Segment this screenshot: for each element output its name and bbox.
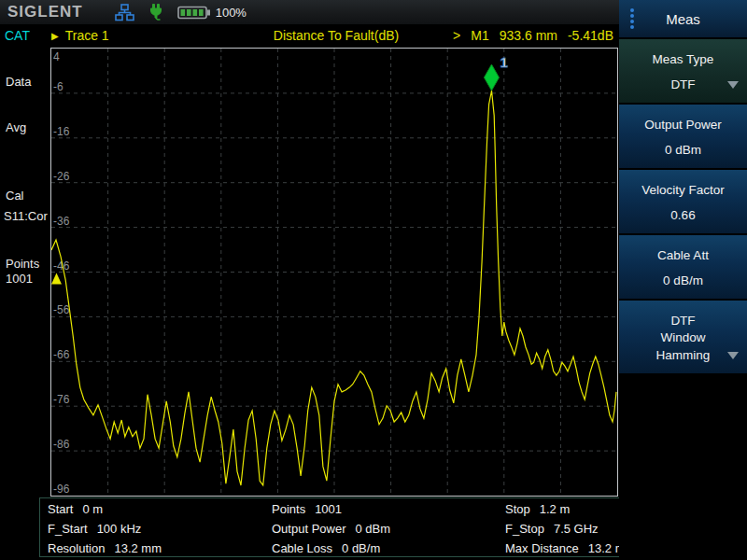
softkey-meas-type[interactable]: Meas Type DTF	[619, 39, 747, 103]
sidebar-points-label: Points	[6, 257, 39, 271]
info-resolution: Resolution13.2 mm	[48, 539, 162, 558]
info-output-power: Output Power0 dBm	[272, 519, 390, 539]
trace-label: Trace 1	[65, 28, 109, 43]
marker-readout: >M1933.6 mm-5.41dB	[443, 28, 613, 43]
svg-text:-56: -56	[53, 303, 70, 316]
info-stop: Stop1.2 m	[505, 499, 626, 519]
plot-area: 4-6-16-26-36-46-56-66-76-86-961	[50, 48, 618, 497]
sidebar-label-data: Data	[6, 75, 31, 89]
ref-level-marker	[51, 273, 62, 285]
softkey-output-power[interactable]: Output Power 0 dBm	[619, 105, 747, 168]
svg-text:4: 4	[53, 50, 60, 63]
info-fstop: F_Stop7.5 GHz	[505, 519, 626, 539]
svg-text:-96: -96	[53, 483, 70, 496]
battery-percent: 100%	[216, 6, 247, 20]
info-cable-loss: Cable Loss0 dB/m	[272, 539, 390, 558]
trace-header-row: CAT ▶Trace 1 Distance To Fault(dB) >M193…	[0, 27, 619, 46]
softkey-value: 0 dBm	[619, 143, 747, 157]
info-max-distance: Max Distance13.2 m	[505, 539, 626, 558]
dropdown-arrow-icon[interactable]	[727, 352, 739, 359]
softkey-value: 0.66	[619, 208, 747, 222]
softkey-dtf-window[interactable]: DTF Window Hamming	[619, 301, 747, 373]
softkey-label: Output Power	[637, 117, 730, 133]
marker-distance: 933.6 mm	[500, 28, 557, 43]
info-fstart: F_Start100 kHz	[48, 519, 162, 539]
svg-text:-16: -16	[53, 125, 70, 138]
marker-name: M1	[471, 28, 488, 43]
softkey-value: 0 dB/m	[619, 273, 747, 287]
sidebar-points-value: 1001	[6, 272, 33, 286]
sweep-info-panel: Start0 m F_Start100 kHz Resolution13.2 m…	[39, 497, 621, 557]
softkey-velocity-factor[interactable]: Velocity Factor 0.66	[619, 170, 747, 233]
svg-text:-6: -6	[53, 80, 63, 93]
analyzer-screen: SIGLENT	[0, 0, 747, 560]
peak-marker-diamond	[484, 64, 499, 91]
trace-selector[interactable]: ▶Trace 1	[51, 28, 109, 43]
top-status-bar: SIGLENT	[0, 0, 619, 24]
marker-prefix: >	[453, 28, 460, 43]
menu-title: Meas	[666, 11, 700, 27]
softkey-label: Velocity Factor	[627, 182, 740, 199]
softkey-value: DTF	[619, 77, 747, 91]
svg-text:-36: -36	[53, 215, 70, 228]
sidebar-cal-status: S11:Cor	[4, 209, 48, 223]
menu-header[interactable]: Meas	[619, 0, 747, 37]
dropdown-arrow-icon[interactable]	[727, 81, 739, 89]
softkey-menu: Meas Meas Type DTF Output Power 0 dBm Ve…	[619, 0, 747, 560]
menu-dots-icon	[630, 8, 634, 31]
battery-icon	[177, 4, 212, 21]
sidebar-label-cal: Cal	[6, 189, 24, 203]
peak-marker-id: 1	[500, 54, 507, 70]
softkey-value: Hamming	[619, 348, 747, 362]
info-points: Points1001	[272, 499, 390, 519]
svg-text:-26: -26	[53, 170, 70, 183]
svg-text:-86: -86	[53, 438, 70, 451]
trace-play-icon: ▶	[51, 31, 59, 41]
power-plug-icon	[148, 4, 164, 21]
chart-title: Distance To Fault(dB)	[224, 28, 448, 43]
trace-plot: 4-6-16-26-36-46-56-66-76-86-961	[51, 49, 617, 496]
svg-text:-76: -76	[53, 393, 70, 406]
info-start: Start0 m	[48, 499, 162, 519]
softkey-label: DTF Window	[651, 313, 716, 346]
marker-level: -5.41dB	[568, 28, 613, 43]
svg-text:-66: -66	[53, 348, 70, 361]
softkey-label: Cable Att	[637, 247, 730, 264]
softkey-cable-att[interactable]: Cable Att 0 dB/m	[619, 235, 747, 299]
sidebar-label-avg: Avg	[6, 120, 26, 134]
lan-icon	[115, 4, 134, 21]
mode-label: CAT	[5, 28, 30, 43]
softkey-label: Meas Type	[637, 51, 730, 68]
siglent-logo: SIGLENT	[7, 3, 83, 21]
